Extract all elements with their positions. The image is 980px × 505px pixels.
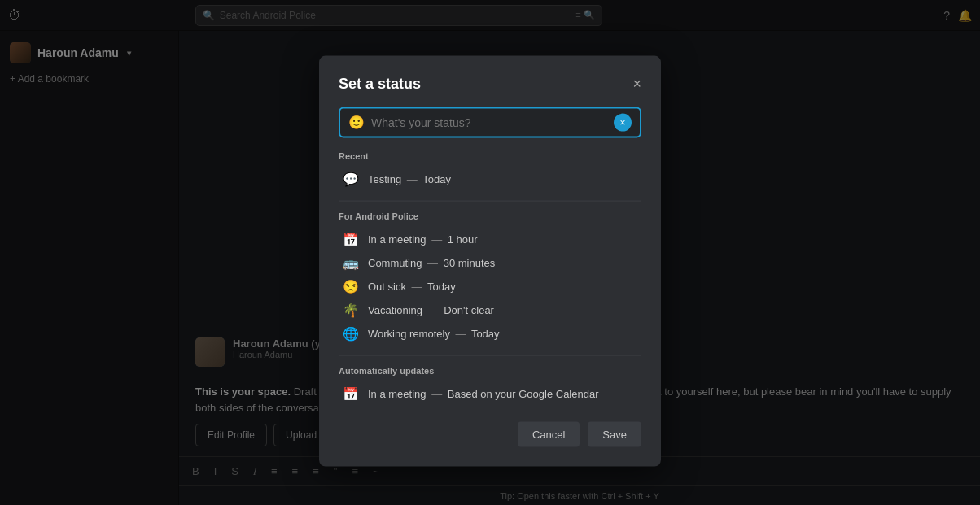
status-input-wrap[interactable]: 🙂 × — [339, 107, 641, 137]
modal-title: Set a status — [339, 75, 421, 92]
out-sick-emoji: 😒 — [342, 278, 360, 294]
cancel-button[interactable]: Cancel — [518, 421, 580, 446]
testing-text: Testing — Today — [368, 172, 451, 185]
clear-status-button[interactable]: × — [614, 113, 632, 131]
status-vacationing[interactable]: 🌴 Vacationing — Don't clear — [339, 298, 641, 321]
commuting-emoji: 🚌 — [342, 255, 360, 270]
status-text-input[interactable] — [371, 115, 607, 128]
commuting-text: Commuting — 30 minutes — [368, 256, 495, 268]
auto-updates-section: Automatically updates 📅 In a meeting — B… — [339, 365, 641, 405]
save-button[interactable]: Save — [588, 421, 641, 446]
status-working-remotely[interactable]: 🌐 Working remotely — Today — [339, 321, 641, 345]
auto-updates-label: Automatically updates — [339, 365, 641, 375]
working-remotely-emoji: 🌐 — [342, 325, 360, 341]
divider-2 — [339, 355, 641, 355]
vacationing-text: Vacationing — Don't clear — [368, 303, 494, 316]
in-meeting-text: In a meeting — 1 hour — [368, 233, 478, 245]
status-in-meeting[interactable]: 📅 In a meeting — 1 hour — [339, 227, 641, 250]
auto-meeting-text: In a meeting — Based on your Google Cale… — [368, 387, 599, 399]
working-remotely-text: Working remotely — Today — [368, 327, 500, 339]
emoji-picker-icon[interactable]: 🙂 — [348, 115, 365, 130]
auto-in-meeting[interactable]: 📅 In a meeting — Based on your Google Ca… — [339, 381, 641, 405]
in-meeting-emoji: 📅 — [342, 231, 360, 246]
for-group-section: For Android Police 📅 In a meeting — 1 ho… — [339, 211, 641, 345]
status-commuting[interactable]: 🚌 Commuting — 30 minutes — [339, 250, 641, 274]
for-group-label: For Android Police — [339, 211, 641, 220]
modal-close-button[interactable]: × — [632, 76, 641, 91]
testing-emoji: 💬 — [342, 171, 360, 186]
modal-header: Set a status × — [339, 75, 641, 92]
recent-section: Recent 💬 Testing — Today — [339, 150, 641, 190]
modal-footer: Cancel Save — [339, 421, 641, 446]
vacationing-emoji: 🌴 — [342, 302, 360, 317]
status-out-sick[interactable]: 😒 Out sick — Today — [339, 274, 641, 298]
auto-meeting-emoji: 📅 — [342, 385, 360, 401]
set-status-modal: Set a status × 🙂 × Recent 💬 Testing — To… — [319, 55, 661, 466]
recent-label: Recent — [339, 150, 641, 160]
recent-item-testing[interactable]: 💬 Testing — Today — [339, 167, 641, 190]
out-sick-text: Out sick — Today — [368, 280, 456, 292]
divider-1 — [339, 200, 641, 201]
